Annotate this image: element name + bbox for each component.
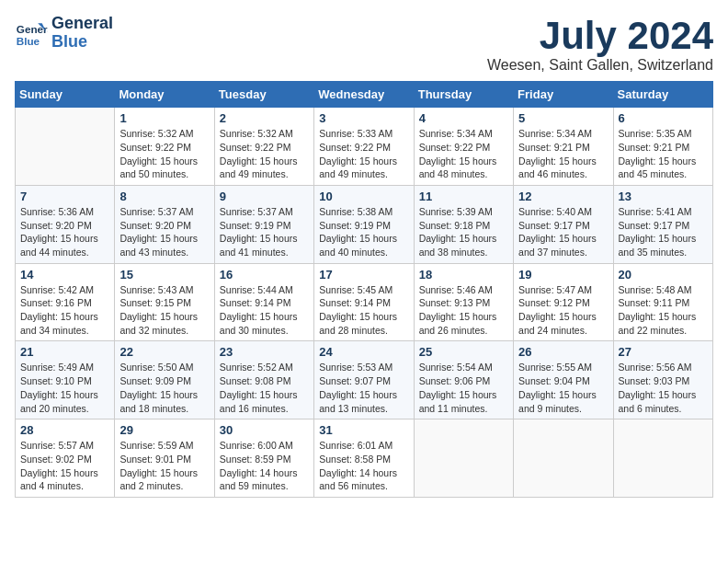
day-number: 8 (119, 190, 209, 203)
calendar-cell: 27Sunrise: 5:56 AM Sunset: 9:03 PM Dayli… (613, 341, 712, 419)
day-info: Sunrise: 5:39 AM Sunset: 9:18 PM Dayligh… (419, 205, 508, 259)
day-info: Sunrise: 5:53 AM Sunset: 9:07 PM Dayligh… (319, 361, 408, 415)
calendar-cell: 22Sunrise: 5:50 AM Sunset: 9:09 PM Dayli… (115, 341, 214, 419)
svg-text:General: General (17, 23, 48, 35)
day-info: Sunrise: 5:37 AM Sunset: 9:20 PM Dayligh… (119, 205, 209, 259)
logo-text-blue: Blue (51, 33, 113, 52)
calendar-week-2: 14Sunrise: 5:42 AM Sunset: 9:16 PM Dayli… (16, 263, 713, 341)
day-info: Sunrise: 5:54 AM Sunset: 9:06 PM Dayligh… (419, 361, 508, 415)
day-number: 13 (619, 190, 708, 203)
day-number: 16 (220, 268, 309, 282)
title-block: July 2024 Weesen, Saint Gallen, Switzerl… (487, 15, 713, 74)
day-number: 14 (20, 268, 109, 282)
day-info: Sunrise: 5:46 AM Sunset: 9:13 PM Dayligh… (419, 283, 508, 338)
calendar-cell: 31Sunrise: 6:01 AM Sunset: 8:58 PM Dayli… (314, 419, 414, 498)
day-info: Sunrise: 5:52 AM Sunset: 9:08 PM Dayligh… (220, 361, 309, 415)
calendar-table: SundayMondayTuesdayWednesdayThursdayFrid… (15, 81, 713, 498)
day-number: 20 (619, 268, 708, 282)
day-info: Sunrise: 5:37 AM Sunset: 9:19 PM Dayligh… (220, 205, 309, 259)
calendar-cell: 11Sunrise: 5:39 AM Sunset: 9:18 PM Dayli… (414, 185, 513, 263)
calendar-cell: 9Sunrise: 5:37 AM Sunset: 9:19 PM Daylig… (214, 185, 313, 263)
day-number: 1 (119, 111, 209, 125)
day-number: 5 (518, 111, 608, 125)
day-info: Sunrise: 5:34 AM Sunset: 9:22 PM Dayligh… (419, 127, 508, 181)
header-tuesday: Tuesday (214, 82, 313, 108)
day-number: 25 (419, 345, 508, 359)
header-saturday: Saturday (613, 82, 712, 108)
calendar-cell (514, 419, 613, 498)
day-number: 21 (20, 345, 109, 359)
header-monday: Monday (115, 82, 214, 108)
calendar-cell: 7Sunrise: 5:36 AM Sunset: 9:20 PM Daylig… (16, 185, 115, 263)
day-info: Sunrise: 5:48 AM Sunset: 9:11 PM Dayligh… (619, 283, 708, 338)
calendar-cell (414, 419, 513, 498)
page-header: General Blue General Blue July 2024 Wees… (15, 15, 713, 74)
calendar-cell: 4Sunrise: 5:34 AM Sunset: 9:22 PM Daylig… (414, 108, 513, 186)
day-number: 28 (20, 423, 109, 437)
day-number: 4 (419, 111, 508, 125)
calendar-cell: 14Sunrise: 5:42 AM Sunset: 9:16 PM Dayli… (16, 263, 115, 341)
day-info: Sunrise: 5:43 AM Sunset: 9:15 PM Dayligh… (119, 283, 209, 338)
day-info: Sunrise: 5:38 AM Sunset: 9:19 PM Dayligh… (319, 205, 408, 259)
calendar-cell: 29Sunrise: 5:59 AM Sunset: 9:01 PM Dayli… (115, 419, 214, 498)
day-info: Sunrise: 5:44 AM Sunset: 9:14 PM Dayligh… (220, 283, 309, 338)
header-wednesday: Wednesday (314, 82, 414, 108)
calendar-cell: 6Sunrise: 5:35 AM Sunset: 9:21 PM Daylig… (613, 108, 712, 186)
calendar-week-4: 28Sunrise: 5:57 AM Sunset: 9:02 PM Dayli… (16, 419, 713, 498)
calendar-cell: 10Sunrise: 5:38 AM Sunset: 9:19 PM Dayli… (314, 185, 414, 263)
day-number: 22 (119, 345, 209, 359)
calendar-cell: 19Sunrise: 5:47 AM Sunset: 9:12 PM Dayli… (514, 263, 613, 341)
calendar-cell: 16Sunrise: 5:44 AM Sunset: 9:14 PM Dayli… (214, 263, 313, 341)
day-number: 19 (518, 268, 608, 282)
day-info: Sunrise: 5:36 AM Sunset: 9:20 PM Dayligh… (20, 205, 109, 259)
day-number: 18 (419, 268, 508, 282)
day-number: 31 (319, 423, 408, 437)
day-info: Sunrise: 5:59 AM Sunset: 9:01 PM Dayligh… (119, 439, 209, 493)
day-info: Sunrise: 5:41 AM Sunset: 9:17 PM Dayligh… (619, 205, 708, 259)
day-number: 6 (619, 111, 708, 125)
calendar-cell: 18Sunrise: 5:46 AM Sunset: 9:13 PM Dayli… (414, 263, 513, 341)
day-number: 29 (119, 423, 209, 437)
calendar-week-3: 21Sunrise: 5:49 AM Sunset: 9:10 PM Dayli… (16, 341, 713, 419)
day-number: 26 (518, 345, 608, 359)
logo-icon: General Blue (15, 17, 48, 50)
calendar-cell: 25Sunrise: 5:54 AM Sunset: 9:06 PM Dayli… (414, 341, 513, 419)
day-info: Sunrise: 5:33 AM Sunset: 9:22 PM Dayligh… (319, 127, 408, 181)
day-info: Sunrise: 5:45 AM Sunset: 9:14 PM Dayligh… (319, 283, 408, 338)
header-sunday: Sunday (16, 82, 115, 108)
day-number: 27 (619, 345, 708, 359)
calendar-cell: 30Sunrise: 6:00 AM Sunset: 8:59 PM Dayli… (214, 419, 313, 498)
calendar-cell: 28Sunrise: 5:57 AM Sunset: 9:02 PM Dayli… (16, 419, 115, 498)
calendar-cell: 12Sunrise: 5:40 AM Sunset: 9:17 PM Dayli… (514, 185, 613, 263)
day-number: 7 (20, 190, 109, 203)
calendar-week-1: 7Sunrise: 5:36 AM Sunset: 9:20 PM Daylig… (16, 185, 713, 263)
day-number: 24 (319, 345, 408, 359)
day-info: Sunrise: 5:57 AM Sunset: 9:02 PM Dayligh… (20, 439, 109, 493)
calendar-cell: 3Sunrise: 5:33 AM Sunset: 9:22 PM Daylig… (314, 108, 414, 186)
calendar-cell: 23Sunrise: 5:52 AM Sunset: 9:08 PM Dayli… (214, 341, 313, 419)
calendar-cell: 20Sunrise: 5:48 AM Sunset: 9:11 PM Dayli… (613, 263, 712, 341)
day-info: Sunrise: 5:55 AM Sunset: 9:04 PM Dayligh… (518, 361, 608, 415)
location-title: Weesen, Saint Gallen, Switzerland (487, 57, 713, 74)
calendar-cell: 17Sunrise: 5:45 AM Sunset: 9:14 PM Dayli… (314, 263, 414, 341)
calendar-cell: 21Sunrise: 5:49 AM Sunset: 9:10 PM Dayli… (16, 341, 115, 419)
day-number: 15 (119, 268, 209, 282)
calendar-cell: 13Sunrise: 5:41 AM Sunset: 9:17 PM Dayli… (613, 185, 712, 263)
calendar-cell: 5Sunrise: 5:34 AM Sunset: 9:21 PM Daylig… (514, 108, 613, 186)
day-number: 11 (419, 190, 508, 203)
day-info: Sunrise: 5:32 AM Sunset: 9:22 PM Dayligh… (119, 127, 209, 181)
calendar-cell: 8Sunrise: 5:37 AM Sunset: 9:20 PM Daylig… (115, 185, 214, 263)
day-number: 30 (220, 423, 309, 437)
calendar-cell: 15Sunrise: 5:43 AM Sunset: 9:15 PM Dayli… (115, 263, 214, 341)
day-info: Sunrise: 5:35 AM Sunset: 9:21 PM Dayligh… (619, 127, 708, 181)
month-title: July 2024 (487, 15, 713, 57)
day-info: Sunrise: 5:32 AM Sunset: 9:22 PM Dayligh… (220, 127, 309, 181)
day-info: Sunrise: 5:49 AM Sunset: 9:10 PM Dayligh… (20, 361, 109, 415)
day-info: Sunrise: 5:34 AM Sunset: 9:21 PM Dayligh… (518, 127, 608, 181)
day-number: 10 (319, 190, 408, 203)
calendar-cell: 2Sunrise: 5:32 AM Sunset: 9:22 PM Daylig… (214, 108, 313, 186)
calendar-cell: 24Sunrise: 5:53 AM Sunset: 9:07 PM Dayli… (314, 341, 414, 419)
day-info: Sunrise: 6:00 AM Sunset: 8:59 PM Dayligh… (220, 439, 309, 493)
day-number: 17 (319, 268, 408, 282)
day-info: Sunrise: 5:50 AM Sunset: 9:09 PM Dayligh… (119, 361, 209, 415)
